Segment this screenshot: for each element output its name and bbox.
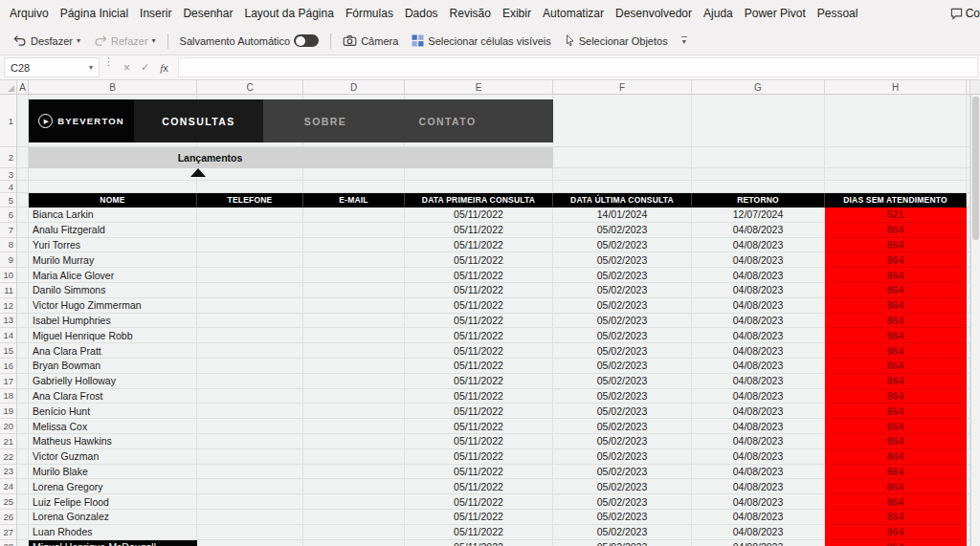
row-header-3[interactable]: 3 [0, 168, 16, 181]
menu-item-revis-o[interactable]: Revisão [444, 0, 497, 27]
cell-a[interactable] [17, 510, 29, 525]
row-header-15[interactable]: 15 [0, 343, 16, 359]
cell-telefone[interactable] [197, 283, 303, 298]
cell-a[interactable] [17, 404, 29, 419]
cell-nome[interactable]: Ana Clara Pratt [29, 343, 197, 359]
cell-primeira-consulta[interactable]: 05/11/2022 [405, 404, 553, 419]
menu-item-pessoal[interactable]: Pessoal [812, 0, 864, 27]
name-box[interactable]: C28 ▾ [4, 57, 100, 77]
menu-item-p-gina-inicial[interactable]: Página Inicial [55, 0, 134, 27]
cell-primeira-consulta[interactable]: 05/11/2022 [405, 283, 553, 298]
menu-item-dados[interactable]: Dados [399, 0, 444, 27]
cell-nome[interactable]: Miguel Henrique Robb [29, 328, 197, 343]
cell-a[interactable] [17, 494, 29, 510]
row-header-18[interactable]: 18 [0, 389, 16, 404]
cell-ultima-consulta[interactable]: 05/02/2023 [553, 223, 692, 238]
cell-primeira-consulta[interactable]: 05/11/2022 [405, 494, 553, 510]
chevron-down-icon[interactable]: ▾ [89, 63, 93, 72]
cell-primeira-consulta[interactable]: 05/11/2022 [405, 374, 553, 389]
cell-a[interactable] [17, 359, 29, 374]
camera-button[interactable]: Câmera [337, 32, 404, 50]
cell-nome[interactable]: Maria Alice Glover [29, 268, 197, 283]
cell-primeira-consulta[interactable]: 05/11/2022 [405, 465, 553, 480]
cell-telefone[interactable] [197, 359, 303, 374]
menu-item-automatizar[interactable]: Automatizar [537, 0, 610, 27]
row-header-14[interactable]: 14 [0, 328, 16, 343]
cell-dias-sem-atendimento[interactable]: 864 [825, 449, 967, 465]
column-header-C[interactable]: C [197, 80, 303, 94]
cell-primeira-consulta[interactable]: 05/11/2022 [405, 449, 553, 465]
row-header-24[interactable]: 24 [0, 479, 16, 494]
row-header-5[interactable]: 5 [0, 193, 16, 207]
cell-telefone[interactable] [197, 540, 303, 546]
cell-primeira-consulta[interactable]: 05/11/2022 [405, 389, 553, 404]
cell-dias-sem-atendimento[interactable]: 864 [825, 494, 967, 510]
cell-ultima-consulta[interactable]: 05/02/2023 [553, 510, 692, 525]
empty-cell[interactable] [29, 168, 197, 181]
cell-retorno[interactable]: 04/08/2023 [692, 419, 825, 434]
cell-retorno[interactable]: 04/08/2023 [692, 510, 825, 525]
cell-email[interactable] [303, 540, 405, 546]
cell-email[interactable] [303, 449, 405, 465]
cell-nome[interactable]: Bryan Bowman [29, 359, 197, 374]
row-header-23[interactable]: 23 [0, 465, 16, 480]
cell-a[interactable] [17, 283, 29, 298]
cell-primeira-consulta[interactable]: 05/11/2022 [405, 238, 553, 253]
cell-nome[interactable]: Victor Hugo Zimmerman [29, 298, 197, 314]
cell-a[interactable] [17, 479, 29, 494]
table-header-cell[interactable]: E-MAIL [303, 193, 405, 207]
cell-dias-sem-atendimento[interactable]: 864 [825, 252, 967, 268]
cell-ultima-consulta[interactable]: 05/02/2023 [553, 268, 692, 283]
table-header-cell[interactable]: TELEFONE [197, 193, 303, 207]
cell-ultima-consulta[interactable]: 05/02/2023 [553, 389, 692, 404]
cell-dias-sem-atendimento[interactable]: 864 [825, 419, 967, 434]
cell-telefone[interactable] [197, 419, 303, 434]
menu-item-ajuda[interactable]: Ajuda [698, 0, 739, 27]
empty-cell[interactable] [692, 181, 825, 193]
cell-email[interactable] [303, 343, 405, 359]
cell-primeira-consulta[interactable]: 05/11/2022 [405, 268, 553, 283]
menu-item-f-rmulas[interactable]: Fórmulas [340, 0, 399, 27]
cell-primeira-consulta[interactable]: 05/11/2022 [405, 298, 553, 314]
row-header-16[interactable]: 16 [0, 359, 16, 374]
cell-telefone[interactable] [197, 494, 303, 510]
row-header-13[interactable]: 13 [0, 314, 16, 329]
cell-nome[interactable]: Luiz Felipe Flood [29, 494, 197, 510]
column-header-E[interactable]: E [405, 80, 553, 94]
empty-cell[interactable] [197, 168, 303, 181]
row-header-11[interactable]: 11 [0, 283, 16, 298]
cell-a[interactable] [17, 252, 29, 268]
table-header-cell[interactable]: RETORNO [692, 193, 825, 207]
cell-email[interactable] [303, 389, 405, 404]
cell-email[interactable] [303, 404, 405, 419]
row-header-1[interactable]: 1 [0, 95, 16, 147]
cell-email[interactable] [303, 465, 405, 480]
enter-icon[interactable]: ✓ [141, 61, 149, 74]
cell-a[interactable] [17, 268, 29, 283]
cell-email[interactable] [303, 419, 405, 434]
select-objects-button[interactable]: Selecionar Objetos [559, 32, 674, 50]
cell-dias-sem-atendimento[interactable]: 864 [825, 359, 967, 374]
cell-telefone[interactable] [197, 449, 303, 465]
row-header-28[interactable]: 28 [0, 540, 16, 546]
cell-telefone[interactable] [197, 328, 303, 343]
undo-button[interactable]: Desfazer ▾ [8, 32, 86, 50]
vertical-scrollbar[interactable] [970, 95, 980, 546]
cell-ultima-consulta[interactable]: 05/02/2023 [553, 449, 692, 465]
autosave-toggle-switch[interactable] [294, 34, 319, 47]
cell-retorno[interactable]: 04/08/2023 [692, 404, 825, 419]
cell-ultima-consulta[interactable]: 05/02/2023 [553, 238, 692, 253]
cell-nome[interactable]: Melissa Cox [29, 419, 197, 434]
row-header-4[interactable]: 4 [0, 181, 16, 193]
cell-ultima-consulta[interactable]: 05/02/2023 [553, 465, 692, 480]
cell-ultima-consulta[interactable]: 14/01/2024 [553, 207, 692, 223]
cell-ultima-consulta[interactable]: 05/02/2023 [553, 374, 692, 389]
cell-nome[interactable]: Bianca Larkin [29, 207, 197, 223]
empty-cell[interactable] [692, 168, 825, 181]
cell-dias-sem-atendimento[interactable]: 864 [825, 479, 967, 494]
cell-primeira-consulta[interactable]: 05/11/2022 [405, 359, 553, 374]
empty-cell[interactable] [17, 147, 29, 168]
cell-retorno[interactable]: 04/08/2023 [692, 389, 825, 404]
cell-retorno[interactable]: 04/08/2023 [692, 359, 825, 374]
row-header-10[interactable]: 10 [0, 268, 16, 283]
